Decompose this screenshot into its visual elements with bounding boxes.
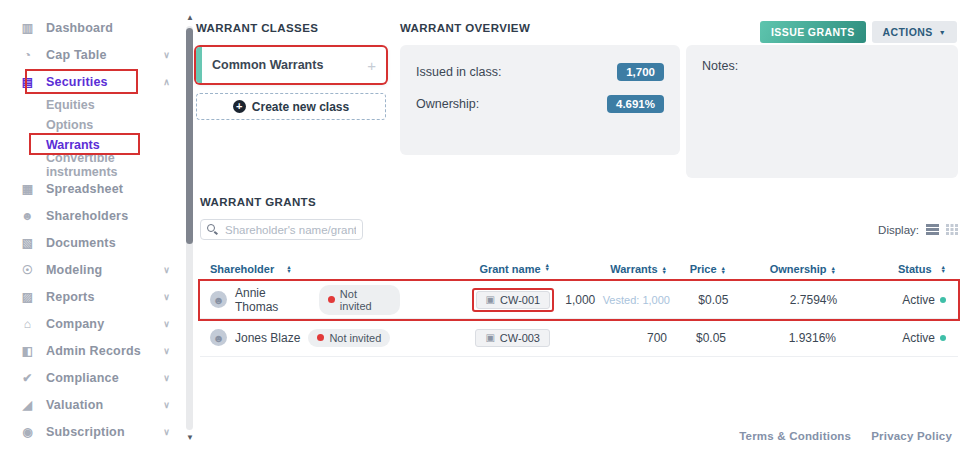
class-accent-bar [196, 47, 202, 83]
status-label: Active [902, 331, 935, 345]
sidebar-item-subscription[interactable]: ◉ Subscription ∨ [0, 418, 182, 445]
sidebar-item-label: Reports [46, 290, 95, 304]
grant-name-chip[interactable]: ▣ CW-003 [475, 329, 550, 347]
chevron-down-icon: ∨ [163, 400, 174, 410]
warrant-class-card[interactable]: Common Warrants + [196, 47, 386, 83]
avatar: ☻ [210, 291, 227, 308]
sidebar-item-label: Documents [46, 236, 116, 250]
sidebar-item-company[interactable]: ⌂ Company ∨ [0, 310, 182, 337]
table-row[interactable]: ☻ Annie Thomas Not invited ▣ CW-001 [200, 281, 958, 319]
not-invited-dot-icon [317, 334, 324, 341]
scrollbar-thumb[interactable] [186, 28, 193, 244]
search-input[interactable] [200, 219, 363, 240]
sidebar-item-cap-table[interactable]: ◔ Cap Table ∨ [0, 41, 182, 68]
chevron-down-icon: ∨ [163, 50, 174, 60]
actions-button[interactable]: ACTIONS ▼ [872, 21, 957, 43]
dashboard-icon: ▥ [20, 21, 35, 35]
caret-down-icon: ▼ [939, 29, 946, 36]
invite-status-badge: Not invited [308, 329, 390, 347]
modeling-icon: ☉ [20, 263, 35, 277]
sidebar: ▥ Dashboard ◔ Cap Table ∨ ▤ Securities ∧… [0, 0, 182, 453]
company-icon: ⌂ [20, 317, 35, 331]
table-row[interactable]: ☻ Jones Blaze Not invited ▣ CW-003 700 $… [200, 319, 958, 357]
sidebar-item-label: Company [46, 317, 104, 331]
grid-view-icon[interactable] [946, 224, 958, 235]
sidebar-item-label: Options [46, 118, 93, 132]
sidebar-item-label: Shareholders [46, 209, 128, 223]
sidebar-item-reports[interactable]: ▨ Reports ∨ [0, 283, 182, 310]
ownership-value: 4.691% [607, 95, 664, 113]
scroll-up-icon[interactable]: ▲ [184, 12, 196, 24]
class-name: Common Warrants [212, 58, 323, 72]
sidebar-item-convertible-instruments[interactable]: Convertible instruments [0, 155, 182, 175]
actions-label: ACTIONS [883, 26, 933, 38]
warrants-count: 700 [554, 331, 674, 345]
not-invited-dot-icon [328, 296, 335, 303]
issued-in-class-label: Issued in class: [416, 65, 501, 79]
scroll-down-icon[interactable]: ▼ [184, 432, 196, 444]
grant-name-chip[interactable]: ▣ CW-001 [476, 291, 551, 309]
sidebar-item-compliance[interactable]: ✔ Compliance ∨ [0, 364, 182, 391]
column-header-shareholder[interactable]: Shareholder ▲▼ [200, 263, 394, 275]
sort-icon: ▲▼ [545, 263, 550, 275]
certificate-icon: ▣ [485, 332, 494, 343]
securities-icon: ▤ [20, 75, 35, 89]
sidebar-item-shareholders[interactable]: ☻ Shareholders [0, 202, 182, 229]
shareholders-icon: ☻ [20, 209, 35, 223]
sidebar-item-modeling[interactable]: ☉ Modeling ∨ [0, 256, 182, 283]
list-view-icon[interactable] [926, 224, 939, 235]
sidebar-item-documents[interactable]: ▧ Documents [0, 229, 182, 256]
sidebar-item-label: Dashboard [46, 21, 113, 35]
sidebar-item-label: Warrants [46, 138, 100, 152]
active-dot-icon [940, 297, 946, 303]
column-header-warrants[interactable]: Warrants▲▼ [554, 263, 674, 275]
sidebar-item-securities[interactable]: ▤ Securities ∧ [0, 68, 182, 95]
sort-icon: ▲▼ [831, 266, 836, 274]
vested-count: Vested: 1,000 [603, 294, 670, 306]
valuation-icon: ◢ [20, 398, 35, 412]
price-value: $0.05 [674, 331, 732, 345]
sidebar-item-equities[interactable]: Equities [0, 95, 182, 115]
display-toggle: Display: [878, 224, 958, 236]
shareholder-name: Annie Thomas [235, 286, 311, 314]
create-new-class-button[interactable]: + Create new class [196, 93, 386, 120]
cap-table-icon: ◔ [20, 48, 35, 62]
price-value: $0.05 [677, 293, 734, 307]
toolbar: ISSUE GRANTS ACTIONS ▼ [760, 21, 957, 43]
chevron-down-icon: ∨ [163, 292, 174, 302]
sidebar-item-admin-records[interactable]: ◧ Admin Records ∨ [0, 337, 182, 364]
column-header-status[interactable]: Status▲▼ [844, 263, 958, 275]
sidebar-item-label: Cap Table [46, 48, 107, 62]
drag-handle-icon[interactable]: + [367, 57, 376, 74]
column-header-grant-name[interactable]: Grant name ▲▼ [394, 263, 554, 275]
sidebar-item-label: Admin Records [46, 344, 141, 358]
column-header-price[interactable]: Price▲▼ [674, 263, 732, 275]
reports-icon: ▨ [20, 290, 35, 304]
sidebar-item-label: Spreadsheet [46, 182, 123, 196]
issue-grants-button[interactable]: ISSUE GRANTS [760, 21, 866, 43]
column-header-ownership[interactable]: Ownership▲▼ [732, 263, 844, 275]
sidebar-item-options[interactable]: Options [0, 115, 182, 135]
search-box [200, 219, 363, 240]
sidebar-item-valuation[interactable]: ◢ Valuation ∨ [0, 391, 182, 418]
chevron-down-icon: ∨ [163, 319, 174, 329]
sidebar-item-label: Valuation [46, 398, 103, 412]
annotation-box-grant-chip: ▣ CW-001 [472, 288, 555, 312]
sidebar-item-spreadsheet[interactable]: ▦ Spreadsheet [0, 175, 182, 202]
sidebar-item-label: Convertible instruments [46, 151, 174, 179]
sidebar-item-label: Compliance [46, 371, 119, 385]
chevron-down-icon: ∨ [163, 427, 174, 437]
grants-table: Shareholder ▲▼ Grant name ▲▼ Warrants▲▼ … [200, 256, 958, 357]
ownership-percent: 1.9316% [732, 331, 844, 345]
terms-conditions-link[interactable]: Terms & Conditions [739, 430, 851, 442]
sort-icon: ▲▼ [286, 265, 291, 273]
plus-icon: + [233, 100, 246, 113]
chevron-up-icon: ∧ [163, 77, 174, 87]
app-root: ▥ Dashboard ◔ Cap Table ∨ ▤ Securities ∧… [0, 0, 974, 453]
search-icon [207, 224, 215, 232]
sidebar-item-dashboard[interactable]: ▥ Dashboard [0, 14, 182, 41]
privacy-policy-link[interactable]: Privacy Policy [871, 430, 952, 442]
sidebar-item-label: Modeling [46, 263, 102, 277]
certificate-icon: ▣ [486, 294, 495, 305]
warrant-overview-title: WARRANT OVERVIEW [400, 22, 680, 34]
